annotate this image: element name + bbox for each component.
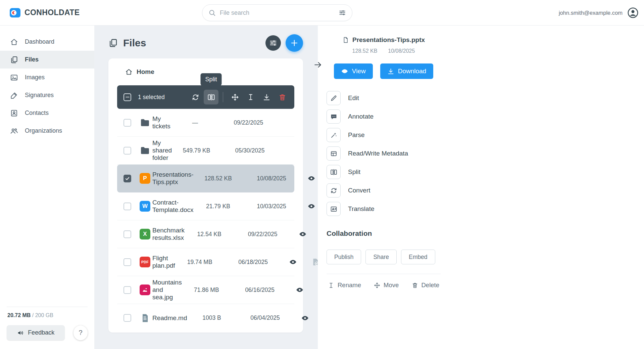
table-row[interactable]: Readme.md 1003 B 06/04/2025	[117, 304, 294, 332]
convert-icon	[192, 93, 199, 101]
action-edit[interactable]: Edit	[327, 91, 441, 105]
collaboration-title: Collaboration	[327, 229, 441, 237]
file-name[interactable]: Readme.md	[152, 314, 187, 322]
metadata-table-icon	[327, 146, 341, 161]
action-annotate[interactable]: Annotate	[327, 110, 441, 124]
rename-button[interactable]	[243, 90, 258, 104]
move-button[interactable]	[228, 90, 242, 104]
file-name[interactable]: Mountains and sea.jpg	[152, 279, 182, 301]
view-button[interactable]: View	[334, 63, 373, 79]
search-icon	[208, 9, 216, 16]
embed-button[interactable]: Embed	[401, 250, 435, 264]
row-checkbox[interactable]	[123, 286, 131, 294]
add-button[interactable]	[286, 34, 303, 52]
sidebar-item-contacts[interactable]: Contacts	[0, 104, 94, 122]
md-file-icon	[140, 313, 150, 323]
file-name[interactable]: My shared folder	[152, 139, 172, 162]
row-checkbox[interactable]	[123, 230, 131, 238]
file-name[interactable]: Presentations-Tips.pptx	[152, 171, 194, 186]
row-checkbox[interactable]	[123, 175, 131, 182]
preview-eye-icon[interactable]	[307, 202, 315, 210]
row-checkbox[interactable]	[123, 203, 131, 210]
indeterminate-minus-icon	[125, 94, 130, 100]
signature-pen-icon	[10, 91, 18, 99]
sidebar-item-organizations[interactable]: Organizations	[0, 122, 94, 140]
download-icon	[263, 93, 270, 101]
split-button[interactable]: Split	[204, 90, 218, 104]
file-size: 71.86 MB	[182, 287, 231, 294]
view-settings-button[interactable]	[265, 35, 281, 51]
move-action[interactable]: Move	[374, 281, 399, 289]
delete-button[interactable]	[275, 90, 290, 104]
file-name[interactable]: Flight plan.pdf	[152, 255, 175, 269]
split-tooltip: Split	[200, 73, 221, 86]
row-checkbox[interactable]	[123, 314, 131, 322]
preview-eye-icon[interactable]	[296, 286, 304, 294]
file-date: 09/22/2025	[234, 231, 291, 238]
breadcrumb-home: Home	[137, 68, 154, 76]
document-check-icon[interactable]	[311, 258, 318, 266]
details-actions: Edit Annotate Parse Read/Write Metadata …	[327, 91, 441, 216]
delete-action[interactable]: Delete	[412, 281, 439, 289]
action-label: Annotate	[348, 113, 374, 120]
file-name[interactable]: Benchmark results.xlsx	[152, 227, 185, 242]
table-row[interactable]: W Contract-Template.docx 21.79 KB 10/03/…	[117, 192, 294, 220]
user-avatar-icon[interactable]	[627, 7, 639, 18]
preview-eye-icon[interactable]	[301, 314, 309, 322]
collapse-panel-arrow-icon[interactable]	[313, 60, 322, 69]
download-button[interactable]: Download	[380, 63, 434, 79]
row-checkbox[interactable]	[123, 258, 131, 266]
image-glyph-icon	[142, 287, 148, 293]
image-icon	[10, 74, 18, 82]
table-row[interactable]: PDF Flight plan.pdf 19.74 MB 06/18/2025	[117, 248, 294, 276]
sidebar-item-dashboard[interactable]: Dashboard	[0, 33, 94, 51]
file-badge: PDF	[141, 260, 149, 264]
action-split[interactable]: Split	[327, 165, 441, 179]
publish-button[interactable]: Publish	[327, 250, 361, 264]
help-button[interactable]: ?	[73, 325, 88, 340]
action-parse[interactable]: Parse	[327, 128, 441, 142]
file-name[interactable]: Contract-Template.docx	[152, 199, 194, 214]
sidebar-item-files[interactable]: Files	[0, 51, 94, 69]
table-row[interactable]: My tickets — 09/22/2025	[117, 109, 294, 137]
feedback-button[interactable]: Feedback	[7, 325, 65, 340]
action-convert[interactable]: Convert	[327, 183, 441, 198]
file-name[interactable]: My tickets	[152, 115, 170, 130]
preview-eye-icon[interactable]	[299, 230, 307, 238]
details-file-meta: 128.52 KB 10/08/2025	[327, 48, 441, 54]
table-row[interactable]: X Benchmark results.xlsx 12.54 KB 09/22/…	[117, 220, 294, 248]
share-label: Share	[373, 254, 389, 260]
table-row-selected[interactable]: P Presentations-Tips.pptx 128.52 KB 10/0…	[117, 165, 294, 192]
organizations-icon	[10, 127, 18, 135]
folder-icon	[140, 145, 150, 156]
sidebar-item-signatures[interactable]: Signatures	[0, 86, 94, 104]
wand-icon	[327, 128, 341, 142]
comment-icon	[327, 110, 341, 124]
table-row[interactable]: My shared folder 549.79 KB 05/30/2025	[117, 137, 294, 165]
preview-eye-icon[interactable]	[289, 258, 297, 266]
select-all-checkbox[interactable]	[123, 93, 131, 101]
file-date: 05/30/2025	[221, 147, 279, 154]
storage-usage: 20.72 MB / 200 GB	[7, 307, 88, 318]
sidebar-item-images[interactable]: Images	[0, 69, 94, 86]
file-date: 06/04/2025	[237, 314, 294, 321]
download-button[interactable]	[259, 90, 274, 104]
brand-logo[interactable]: CONHOLDATE	[9, 7, 80, 18]
action-metadata[interactable]: Read/Write Metadata	[327, 146, 441, 161]
file-search[interactable]	[202, 4, 352, 21]
file-size: 19.74 MB	[175, 259, 225, 266]
rename-action[interactable]: Rename	[328, 281, 361, 289]
search-filter-icon[interactable]	[339, 9, 346, 16]
row-checkbox[interactable]	[123, 147, 131, 155]
action-translate[interactable]: Translate	[327, 202, 441, 216]
search-input[interactable]	[220, 9, 335, 16]
share-button[interactable]: Share	[365, 250, 397, 264]
selection-toolbar: 1 selected Split	[117, 85, 294, 109]
row-checkbox[interactable]	[123, 119, 131, 127]
table-row[interactable]: Mountains and sea.jpg 71.86 MB 06/16/202…	[117, 276, 294, 304]
sidebar-item-label: Images	[25, 74, 45, 81]
convert-button[interactable]	[188, 90, 203, 104]
sidebar-item-label: Signatures	[25, 92, 54, 99]
preview-eye-icon[interactable]	[307, 174, 315, 182]
file-size: —	[170, 119, 220, 126]
